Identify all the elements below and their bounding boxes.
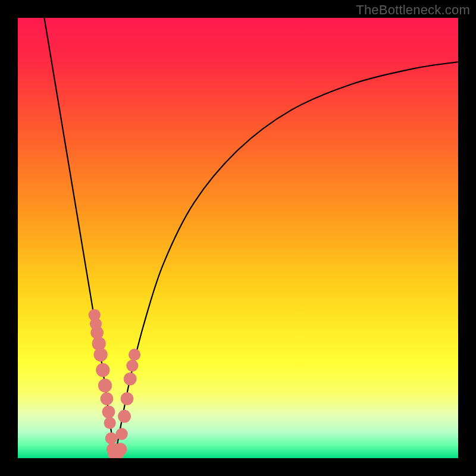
data-dot — [129, 349, 140, 361]
data-dot — [101, 392, 114, 405]
data-dot — [102, 405, 115, 418]
data-dot — [126, 359, 138, 371]
data-dot — [124, 372, 137, 386]
data-dot — [104, 417, 116, 429]
data-dot — [116, 428, 128, 440]
chart-frame: TheBottleneck.com — [0, 0, 476, 476]
data-dot — [98, 378, 112, 392]
data-dot — [114, 443, 127, 456]
plot-area — [18, 18, 458, 458]
data-dot — [105, 433, 117, 444]
data-dot — [118, 410, 131, 423]
data-dot — [96, 363, 109, 377]
gradient-background — [18, 18, 458, 458]
watermark-text: TheBottleneck.com — [356, 2, 470, 18]
chart-svg — [18, 18, 458, 458]
data-dot — [121, 392, 134, 405]
data-dot — [93, 347, 107, 361]
